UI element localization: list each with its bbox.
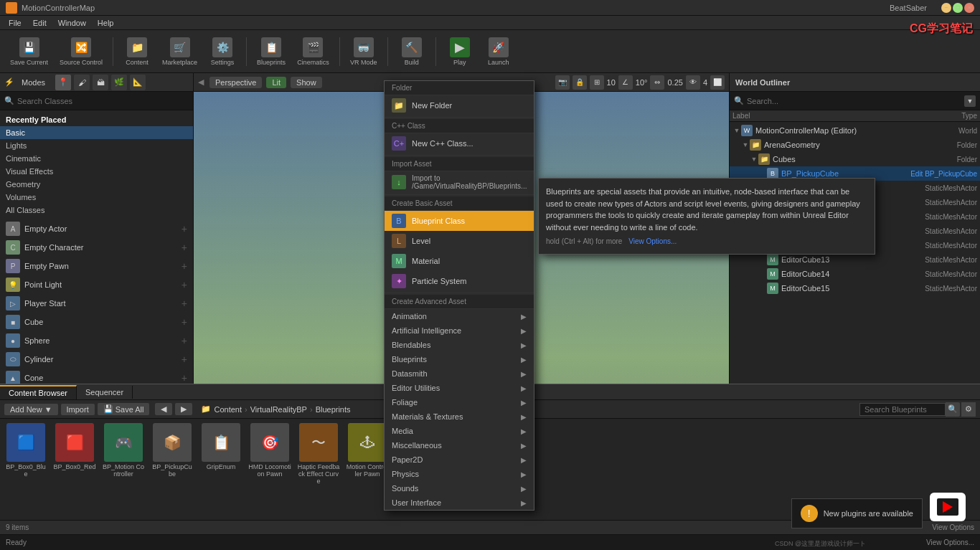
toolbar-play[interactable]: ▶ Play <box>442 34 478 69</box>
breadcrumb-blueprints[interactable]: Blueprints <box>316 405 351 414</box>
asset-item-7[interactable]: 〜 Haptic Feedback Effect Curve <box>297 423 340 485</box>
add-class-btn[interactable]: + <box>182 260 187 272</box>
add-class-btn[interactable]: + <box>182 223 187 234</box>
view-options-bottom[interactable]: View Options... <box>926 539 974 546</box>
grid-snap-icon[interactable]: ⊞ <box>590 75 604 90</box>
add-class-btn[interactable]: + <box>182 279 187 290</box>
angle-snap-icon[interactable]: ∠ <box>618 75 633 90</box>
tree-row[interactable]: ▼ 📁 Cubes Folder <box>730 152 980 166</box>
datasmith-entry[interactable]: Datasmith ▶ <box>385 366 534 381</box>
sounds-entry[interactable]: Sounds ▶ <box>385 481 534 496</box>
lock-icon[interactable]: 🔒 <box>573 75 587 90</box>
toolbar-save[interactable]: 💾 Save Current <box>6 34 52 69</box>
category-geometry[interactable]: Geometry <box>0 178 193 191</box>
cb-settings-icon[interactable]: ⚙ <box>961 402 976 417</box>
menu-help[interactable]: Help <box>92 17 120 29</box>
list-item[interactable]: 💡 Point Light + <box>0 275 193 294</box>
toolbar-source-control[interactable]: 🔀 Source Control <box>55 34 107 69</box>
paper2d-entry[interactable]: Paper2D ▶ <box>385 452 534 467</box>
asset-item-3[interactable]: 🎮 BP_Motion Controller <box>102 423 145 478</box>
cb-search-input[interactable] <box>859 403 946 416</box>
new-cpp-entry[interactable]: C+ New C++ Class... <box>385 133 534 153</box>
minimize-button[interactable]: − <box>941 3 951 13</box>
breadcrumb-content[interactable]: Content <box>214 405 242 414</box>
foliage-entry[interactable]: Foliage ▶ <box>385 395 534 409</box>
view-options-link[interactable]: View Options... <box>628 237 677 245</box>
ai-entry[interactable]: Artificial Intelligence ▶ <box>385 323 534 338</box>
list-item[interactable]: ● Sphere + <box>0 331 193 350</box>
asset-item-4[interactable]: 📦 BP_PickupCube <box>151 423 194 478</box>
lit-btn[interactable]: Lit <box>266 77 286 88</box>
list-item[interactable]: ⬭ Cylinder + <box>0 350 193 369</box>
materials-textures-entry[interactable]: Materials & Textures ▶ <box>385 409 534 424</box>
save-all-button[interactable]: 💾 Save All <box>98 403 150 415</box>
import-entry[interactable]: ↓ Import to /Game/VirtualRealityBP/Bluep… <box>385 171 534 193</box>
editor-utilities-entry[interactable]: Editor Utilities ▶ <box>385 381 534 395</box>
add-class-btn[interactable]: + <box>182 316 187 328</box>
asset-item-2[interactable]: 🟥 BP_Box0_Red <box>53 423 96 470</box>
paint-mode-btn[interactable]: 🖌 <box>74 75 90 90</box>
list-item[interactable]: P Empty Pawn + <box>0 257 193 275</box>
nav-back-button[interactable]: ◀ <box>155 403 172 415</box>
asset-item-8[interactable]: 🕹 Motion Controller Pawn <box>346 423 389 478</box>
animation-entry[interactable]: Animation ▶ <box>385 309 534 323</box>
add-class-btn[interactable]: + <box>182 354 187 365</box>
camera-fov-icon[interactable]: 👁 <box>686 75 700 90</box>
tree-row[interactable]: ▼ 📁 ArenaGeometry Folder <box>730 138 980 152</box>
new-folder-entry[interactable]: 📁 New Folder <box>385 95 534 115</box>
tab-sequencer[interactable]: Sequencer <box>77 386 133 399</box>
list-item[interactable]: ▷ Player Start + <box>0 294 193 313</box>
list-item[interactable]: A Empty Actor + <box>0 219 193 238</box>
close-button[interactable]: × <box>964 3 974 13</box>
level-entry[interactable]: L Level <box>385 231 534 251</box>
miscellaneous-entry[interactable]: Miscellaneous ▶ <box>385 438 534 452</box>
search-classes-input[interactable] <box>17 97 189 105</box>
material-entry[interactable]: M Material <box>385 251 534 271</box>
blueprint-class-entry[interactable]: B Blueprint Class <box>385 211 534 231</box>
category-visual-effects[interactable]: Visual Effects <box>0 165 193 178</box>
user-interface-entry[interactable]: User Interface ▶ <box>385 496 534 510</box>
add-class-btn[interactable]: + <box>182 372 187 384</box>
blueprints-entry[interactable]: Blueprints ▶ <box>385 352 534 366</box>
category-all-classes[interactable]: All Classes <box>0 204 193 217</box>
asset-item-1[interactable]: 🟦 BP_Box0_Blue <box>4 423 47 478</box>
show-btn[interactable]: Show <box>291 77 322 88</box>
category-lights[interactable]: Lights <box>0 139 193 152</box>
add-class-btn[interactable]: + <box>182 335 187 346</box>
perspective-btn[interactable]: Perspective <box>209 77 262 88</box>
menu-edit[interactable]: Edit <box>27 17 52 29</box>
toolbar-vr-mode[interactable]: 🥽 VR Mode <box>346 34 382 69</box>
toolbar-cinematics[interactable]: 🎬 Cinematics <box>293 34 334 69</box>
asset-item-6[interactable]: 🎯 HMD Locomotion Pawn <box>248 423 291 478</box>
cb-search-icon[interactable]: 🔍 <box>946 402 960 417</box>
category-cinematic[interactable]: Cinematic <box>0 152 193 165</box>
add-class-btn[interactable]: + <box>182 242 187 253</box>
tree-row[interactable]: M EditorCube14 StaticMeshActor <box>730 267 980 281</box>
add-new-button[interactable]: Add New ▼ <box>4 404 58 415</box>
import-button[interactable]: Import <box>61 404 95 415</box>
tree-row[interactable]: ▼ W MotionControllerMap (Editor) World <box>730 123 980 138</box>
scale-snap-icon[interactable]: ⇔ <box>650 75 664 90</box>
outliner-search-input[interactable] <box>747 97 961 105</box>
menu-file[interactable]: File <box>3 17 27 29</box>
toolbar-blueprints[interactable]: 📋 Blueprints <box>253 34 290 69</box>
tree-row[interactable]: M EditorCube15 StaticMeshActor <box>730 281 980 295</box>
list-item[interactable]: C Empty Character + <box>0 238 193 257</box>
blendables-entry[interactable]: Blendables ▶ <box>385 338 534 352</box>
physics-entry[interactable]: Physics ▶ <box>385 467 534 481</box>
media-entry[interactable]: Media ▶ <box>385 424 534 438</box>
category-recently-placed[interactable]: Recently Placed <box>0 113 193 126</box>
toolbar-build[interactable]: 🔨 Build <box>394 34 430 69</box>
outliner-filter-btn[interactable]: ▼ <box>964 95 976 107</box>
menu-window[interactable]: Window <box>52 17 92 29</box>
foliage-mode-btn[interactable]: 🌿 <box>111 75 127 90</box>
category-volumes[interactable]: Volumes <box>0 191 193 204</box>
tab-content-browser[interactable]: Content Browser <box>0 385 77 399</box>
maximize-button[interactable]: □ <box>953 3 963 13</box>
maximize-viewport-icon[interactable]: ⬜ <box>710 75 725 90</box>
nav-forward-button[interactable]: ▶ <box>175 403 192 415</box>
toolbar-launch[interactable]: 🚀 Launch <box>481 34 517 69</box>
category-basic[interactable]: Basic <box>0 126 193 139</box>
geometry-mode-btn[interactable]: 📐 <box>130 75 146 90</box>
asset-item-5[interactable]: 📋 GripEnum <box>199 423 242 470</box>
